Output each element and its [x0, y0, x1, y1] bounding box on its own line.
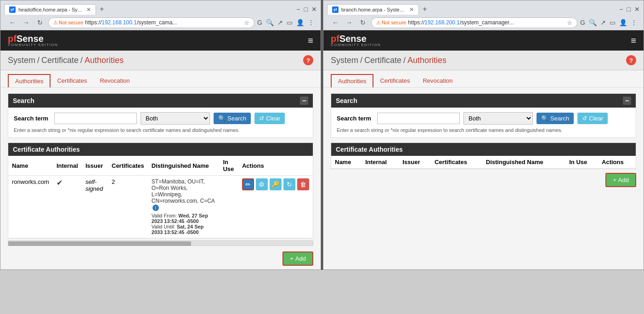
left-help-icon[interactable]: ? — [303, 55, 313, 65]
right-breadcrumb-sep2: / — [403, 56, 406, 65]
left-col-name: Name — [8, 156, 53, 176]
right-share-icon[interactable]: ↗ — [600, 19, 606, 26]
right-breadcrumb-path: System / Certificate / Authorities — [331, 56, 446, 65]
left-menu-icon[interactable]: ⋮ — [308, 19, 314, 26]
left-share-icon[interactable]: ↗ — [277, 19, 283, 26]
left-url-bar[interactable]: ⚠ Not secure https://192.168.100.1/syste… — [48, 17, 254, 28]
left-url-text: https://192.168.100.1/system_cama... — [85, 19, 177, 26]
left-ca-internal: ✔ — [53, 176, 82, 238]
right-search-icon: 🔍 — [541, 115, 548, 122]
right-col-issuer: Issuer — [399, 156, 431, 169]
left-ca-actions: ✏ ⚙ 🔑 ↻ 🗑 — [238, 176, 313, 238]
right-breadcrumb: System / Certificate / Authorities ? — [323, 51, 644, 70]
left-back-button[interactable]: ← — [7, 17, 18, 28]
right-url-bar[interactable]: ⚠ Not secure https://192.168.200.1/syste… — [371, 17, 577, 28]
right-hamburger-icon[interactable]: ≡ — [631, 35, 636, 46]
left-clear-button[interactable]: ↺ Clear — [254, 113, 285, 124]
right-add-button[interactable]: + Add — [605, 173, 636, 187]
right-menu-icon[interactable]: ⋮ — [631, 19, 637, 26]
left-renew-icon[interactable]: ↻ — [283, 178, 295, 190]
left-active-tab[interactable]: pf headoffice.home.arpa - System: ✕ — [4, 4, 96, 15]
right-collapse-btn[interactable]: − — [623, 97, 631, 105]
left-hamburger-icon[interactable]: ≡ — [308, 35, 313, 46]
left-search-button[interactable]: 🔍 Search — [214, 113, 251, 124]
left-scrollbar[interactable] — [8, 240, 313, 246]
left-breadcrumb-sep2: / — [80, 56, 83, 65]
left-ca-row-1: ronworks.com ✔ self-signed 2 ST=Manitoba… — [8, 176, 313, 238]
left-edit-icon[interactable]: ✏ — [242, 178, 254, 190]
left-tab-revocation[interactable]: Revocation — [93, 74, 136, 87]
right-search-button[interactable]: 🔍 Search — [537, 113, 574, 124]
right-back-button[interactable]: ← — [330, 17, 341, 28]
right-zoom-icon[interactable]: 🔍 — [589, 19, 597, 26]
left-favicon: pf — [9, 6, 16, 13]
left-search-row: Search term Both Name Distinguished Name… — [14, 112, 307, 125]
right-forward-button[interactable]: → — [344, 17, 355, 28]
left-ca-panel-header: Certificate Authorities — [8, 143, 313, 156]
left-refresh-button[interactable]: ↻ — [34, 17, 45, 28]
right-new-tab-button[interactable]: + — [419, 3, 430, 15]
left-tab-label: headoffice.home.arpa - System: — [18, 7, 84, 12]
left-forward-button[interactable]: → — [21, 17, 32, 28]
left-maximize-icon[interactable]: □ — [304, 6, 308, 13]
right-profile-icon[interactable]: 👤 — [619, 19, 627, 26]
right-search-select[interactable]: Both Name Distinguished Name — [463, 112, 533, 125]
right-tab-certificates[interactable]: Certificates — [373, 74, 416, 87]
left-new-tab-button[interactable]: + — [96, 3, 107, 15]
right-clear-button[interactable]: ↺ Clear — [577, 113, 608, 124]
right-close-icon[interactable]: ✕ — [634, 6, 640, 13]
right-help-icon[interactable]: ? — [626, 55, 636, 65]
left-dn-info-icon[interactable]: i — [153, 205, 159, 211]
right-bookmark-icon[interactable]: ☆ — [567, 19, 572, 26]
right-maximize-icon[interactable]: □ — [627, 6, 631, 13]
right-address-bar: ← → ↻ ⚠ Not secure https://192.168.200.1… — [327, 15, 640, 30]
left-tab-authorities[interactable]: Authorities — [8, 74, 51, 87]
right-cast-icon[interactable]: ▭ — [610, 19, 616, 26]
left-breadcrumb-system[interactable]: System — [8, 56, 35, 65]
left-tab-close-icon[interactable]: ✕ — [86, 6, 91, 13]
left-zoom-icon[interactable]: 🔍 — [266, 19, 274, 26]
left-search-input[interactable] — [54, 113, 137, 124]
right-search-input[interactable] — [377, 113, 460, 124]
left-browser-window: pf headoffice.home.arpa - System: ✕ + − … — [0, 0, 321, 270]
left-nav-tabs: Authorities Certificates Revocation — [0, 70, 321, 88]
left-ca-inuse — [219, 176, 238, 238]
left-close-icon[interactable]: ✕ — [311, 6, 317, 13]
right-pfsense-logo: pfSense COMMUNITY EDITION — [331, 34, 381, 47]
left-ca-title: Certificate Authorities — [13, 146, 80, 153]
right-minimize-icon[interactable]: − — [619, 6, 623, 13]
right-breadcrumb-certificate[interactable]: Certificate — [364, 56, 401, 65]
right-search-panel-header: Search − — [331, 94, 636, 108]
right-tab-close-icon[interactable]: ✕ — [409, 6, 414, 13]
left-col-certificates: Certificates — [108, 156, 148, 176]
left-profile-icon[interactable]: 👤 — [296, 19, 304, 26]
left-minimize-icon[interactable]: − — [296, 6, 300, 13]
left-breadcrumb-sep1: / — [37, 56, 40, 65]
right-breadcrumb-system[interactable]: System — [331, 56, 358, 65]
left-navbar: pfSense COMMUNITY EDITION ≡ — [0, 30, 321, 51]
left-ca-dn: ST=Manitoba, OU=IT, O=Ron Works, L=Winni… — [148, 176, 220, 238]
right-tab-revocation[interactable]: Revocation — [416, 74, 459, 87]
left-tab-certificates[interactable]: Certificates — [51, 74, 93, 87]
left-cast-icon[interactable]: ▭ — [287, 19, 293, 26]
left-ca-panel: Certificate Authorities Name Internal Is… — [8, 143, 313, 239]
left-extensions-icon[interactable]: G — [257, 19, 262, 26]
left-key-icon[interactable]: 🔑 — [270, 178, 282, 190]
right-add-plus-icon: + — [613, 177, 616, 183]
right-col-internal: Internal — [362, 156, 399, 169]
left-gear-icon[interactable]: ⚙ — [256, 178, 268, 190]
right-tab-authorities[interactable]: Authorities — [331, 74, 373, 87]
left-collapse-btn[interactable]: − — [300, 97, 308, 105]
left-add-button[interactable]: + Add — [282, 251, 313, 266]
right-extensions-icon[interactable]: G — [580, 19, 585, 26]
left-search-select[interactable]: Both Name Distinguished Name — [141, 112, 210, 125]
left-search-title: Search — [13, 97, 34, 104]
left-breadcrumb-certificate[interactable]: Certificate — [41, 56, 79, 65]
right-active-tab[interactable]: pf branch.home.arpa - System: Cer ✕ — [327, 4, 419, 15]
right-refresh-button[interactable]: ↻ — [357, 17, 368, 28]
left-bookmark-icon[interactable]: ☆ — [244, 19, 249, 26]
left-url-path: /system_cama... — [137, 19, 177, 26]
left-pfsense-app: pfSense COMMUNITY EDITION ≡ System / Cer… — [0, 30, 321, 269]
right-tab-controls: − □ ✕ — [619, 6, 640, 13]
left-delete-icon[interactable]: 🗑 — [297, 178, 309, 190]
